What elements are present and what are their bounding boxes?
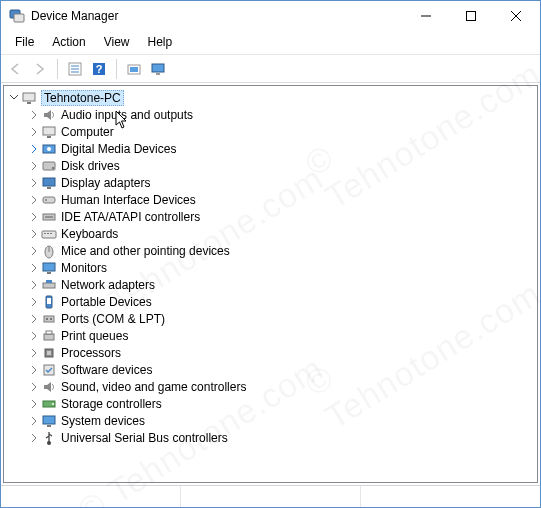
- tree-item[interactable]: Ports (COM & LPT): [7, 310, 536, 327]
- expander-icon[interactable]: [27, 399, 41, 409]
- tree-item-label: Sound, video and game controllers: [61, 380, 246, 394]
- svg-rect-33: [50, 233, 52, 234]
- svg-rect-39: [46, 280, 52, 283]
- app-icon: [9, 8, 25, 24]
- tree-item-label: Ports (COM & LPT): [61, 312, 165, 326]
- ide-icon: [41, 209, 57, 225]
- window-title: Device Manager: [31, 9, 403, 23]
- expander-icon[interactable]: [27, 127, 41, 137]
- svg-rect-46: [46, 331, 52, 334]
- menu-action[interactable]: Action: [44, 32, 93, 52]
- svg-rect-16: [23, 93, 35, 101]
- toolbar-separator: [116, 59, 117, 79]
- expander-icon[interactable]: [27, 433, 41, 443]
- scan-icon: [126, 61, 142, 77]
- expander-icon[interactable]: [27, 297, 41, 307]
- system-icon: [41, 413, 57, 429]
- menu-view[interactable]: View: [96, 32, 138, 52]
- tree-item[interactable]: Universal Serial Bus controllers: [7, 429, 536, 446]
- statusbar-cell: [1, 486, 181, 507]
- expander-icon[interactable]: [27, 263, 41, 273]
- expander-icon[interactable]: [27, 161, 41, 171]
- network-icon: [41, 277, 57, 293]
- expander-icon[interactable]: [27, 365, 41, 375]
- tree-item[interactable]: System devices: [7, 412, 536, 429]
- tree-item[interactable]: Print queues: [7, 327, 536, 344]
- device-tree[interactable]: Tehnotone-PC Audio inputs and outputsCom…: [5, 87, 536, 448]
- svg-rect-3: [466, 12, 475, 21]
- expander-icon[interactable]: [27, 382, 41, 392]
- tree-item[interactable]: Mice and other pointing devices: [7, 242, 536, 259]
- toolbar: ?: [1, 55, 540, 83]
- usb-icon: [41, 430, 57, 446]
- tree-item[interactable]: Monitors: [7, 259, 536, 276]
- tree-item[interactable]: Software devices: [7, 361, 536, 378]
- expander-icon[interactable]: [27, 229, 41, 239]
- disk-icon: [41, 158, 57, 174]
- monitor-icon: [41, 260, 57, 276]
- window-controls: [403, 2, 538, 30]
- tree-item[interactable]: Digital Media Devices: [7, 140, 536, 157]
- expander-icon[interactable]: [27, 280, 41, 290]
- tree-item-label: Software devices: [61, 363, 152, 377]
- tree-item[interactable]: Network adapters: [7, 276, 536, 293]
- tree-root[interactable]: Tehnotone-PC: [7, 89, 536, 106]
- expander-icon[interactable]: [27, 212, 41, 222]
- menu-file[interactable]: File: [7, 32, 42, 52]
- toolbar-separator: [57, 59, 58, 79]
- menu-help[interactable]: Help: [140, 32, 181, 52]
- tree-item[interactable]: Portable Devices: [7, 293, 536, 310]
- expander-icon[interactable]: [27, 348, 41, 358]
- tree-item[interactable]: Storage controllers: [7, 395, 536, 412]
- expander-icon[interactable]: [27, 331, 41, 341]
- expander-icon[interactable]: [27, 314, 41, 324]
- toolbar-properties-button[interactable]: [64, 58, 86, 80]
- expander-icon[interactable]: [27, 246, 41, 256]
- tree-item-label: Audio inputs and outputs: [61, 108, 193, 122]
- svg-rect-13: [130, 67, 138, 72]
- svg-rect-31: [44, 233, 46, 234]
- svg-rect-36: [43, 263, 55, 271]
- tree-item-label: Network adapters: [61, 278, 155, 292]
- tree-item-label: IDE ATA/ATAPI controllers: [61, 210, 200, 224]
- expander-icon[interactable]: [27, 416, 41, 426]
- toolbar-show-button[interactable]: [147, 58, 169, 80]
- tree-item[interactable]: IDE ATA/ATAPI controllers: [7, 208, 536, 225]
- toolbar-forward-button[interactable]: [29, 58, 51, 80]
- tree-item-label: Monitors: [61, 261, 107, 275]
- tree-item-label: Computer: [61, 125, 114, 139]
- expander-icon[interactable]: [27, 144, 41, 154]
- content-area: Tehnotone-PC Audio inputs and outputsCom…: [1, 83, 540, 485]
- storage-icon: [41, 396, 57, 412]
- menubar: File Action View Help: [1, 31, 540, 55]
- tree-children: Audio inputs and outputsComputerDigital …: [7, 106, 536, 446]
- maximize-button[interactable]: [448, 2, 493, 30]
- titlebar: Device Manager: [1, 1, 540, 31]
- tree-container: Tehnotone-PC Audio inputs and outputsCom…: [3, 85, 538, 483]
- expander-icon[interactable]: [27, 110, 41, 120]
- expander-icon[interactable]: [27, 195, 41, 205]
- tree-item[interactable]: Sound, video and game controllers: [7, 378, 536, 395]
- properties-icon: [67, 61, 83, 77]
- tree-item[interactable]: Human Interface Devices: [7, 191, 536, 208]
- tree-item-label: Human Interface Devices: [61, 193, 196, 207]
- tree-item-label: System devices: [61, 414, 145, 428]
- tree-item[interactable]: Audio inputs and outputs: [7, 106, 536, 123]
- tree-item[interactable]: Processors: [7, 344, 536, 361]
- toolbar-scan-button[interactable]: [123, 58, 145, 80]
- toolbar-help-button[interactable]: ?: [88, 58, 110, 80]
- tree-item-label: Digital Media Devices: [61, 142, 176, 156]
- minimize-button[interactable]: [403, 2, 448, 30]
- toolbar-back-button[interactable]: [5, 58, 27, 80]
- tree-item-label: Disk drives: [61, 159, 120, 173]
- tree-item[interactable]: Disk drives: [7, 157, 536, 174]
- svg-rect-26: [43, 197, 55, 203]
- close-button[interactable]: [493, 2, 538, 30]
- expander-icon[interactable]: [27, 178, 41, 188]
- tree-item[interactable]: Computer: [7, 123, 536, 140]
- tree-item[interactable]: Keyboards: [7, 225, 536, 242]
- svg-rect-37: [47, 272, 51, 274]
- svg-text:?: ?: [96, 63, 103, 75]
- tree-item[interactable]: Display adapters: [7, 174, 536, 191]
- expander-icon[interactable]: [7, 93, 21, 103]
